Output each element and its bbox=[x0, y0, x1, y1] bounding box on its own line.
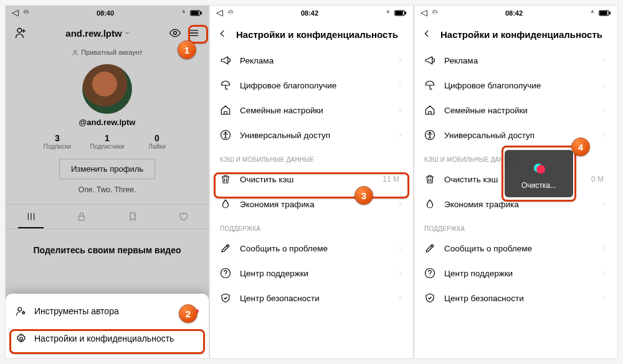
sheet-creator-tools[interactable]: Инструменты автора bbox=[6, 297, 209, 325]
stat-following[interactable]: 3Подписки bbox=[32, 133, 82, 150]
gear-icon bbox=[16, 333, 27, 344]
toast-text: Очистка... bbox=[510, 181, 568, 190]
sheet-settings-privacy[interactable]: Настройки и конфиденциальность bbox=[6, 325, 209, 352]
umbrella-icon bbox=[220, 80, 231, 91]
item-help[interactable]: Центр поддержки bbox=[210, 261, 413, 286]
eye-icon[interactable] bbox=[166, 24, 184, 42]
trash-icon bbox=[220, 174, 231, 185]
item-family[interactable]: Семейные настройки bbox=[414, 98, 617, 123]
section-support: ПОДДЕРЖКА bbox=[414, 217, 617, 236]
umbrella-icon bbox=[424, 80, 435, 91]
item-ads[interactable]: Реклама bbox=[210, 48, 413, 73]
badge-4: 4 bbox=[571, 138, 590, 156]
back-icon[interactable] bbox=[422, 29, 432, 40]
cache-size: 0 M bbox=[591, 175, 607, 184]
accessibility-icon bbox=[424, 129, 435, 141]
trash-icon bbox=[424, 174, 435, 185]
badge-3: 3 bbox=[354, 186, 373, 205]
section-support: ПОДДЕРЖКА bbox=[210, 217, 413, 236]
item-help[interactable]: Центр поддержки bbox=[414, 261, 617, 286]
cache-size: 11 M bbox=[383, 175, 403, 184]
svg-rect-11 bbox=[396, 12, 402, 15]
shield-icon bbox=[424, 292, 435, 304]
status-bar: 08:42 bbox=[210, 6, 413, 21]
badge-2: 2 bbox=[179, 304, 197, 323]
settings-header: Настройки и конфиденциальность bbox=[210, 21, 413, 48]
svg-point-8 bbox=[20, 337, 23, 340]
svg-point-19 bbox=[429, 132, 430, 133]
handle: @and.rew.lptw bbox=[6, 118, 209, 127]
tab-liked[interactable] bbox=[158, 205, 209, 228]
svg-rect-2 bbox=[191, 12, 198, 15]
bio: One. Two. Three. bbox=[6, 185, 209, 194]
item-safety[interactable]: Центр безопасности bbox=[414, 286, 617, 310]
drop-icon bbox=[220, 198, 231, 210]
pen-icon bbox=[424, 243, 435, 254]
item-ads[interactable]: Реклама bbox=[414, 48, 617, 73]
drop-icon bbox=[424, 198, 435, 210]
svg-point-13 bbox=[225, 132, 226, 133]
pen-icon bbox=[220, 243, 231, 254]
badge-1: 1 bbox=[178, 40, 196, 59]
status-time: 08:42 bbox=[301, 9, 318, 17]
profile-tabs bbox=[6, 204, 209, 229]
item-data-saver[interactable]: Экономия трафика bbox=[210, 192, 413, 217]
item-report[interactable]: Сообщить о проблеме bbox=[210, 236, 413, 261]
item-wellbeing[interactable]: Цифровое благополучие bbox=[210, 73, 413, 98]
status-bar: 08:42 bbox=[414, 6, 617, 21]
home-icon bbox=[220, 105, 231, 116]
status-time: 08:40 bbox=[97, 9, 114, 17]
item-clear-cache[interactable]: Очистить кэш11 M bbox=[210, 167, 413, 192]
status-bar: 08:40 bbox=[6, 6, 209, 21]
add-user-icon[interactable] bbox=[12, 24, 29, 42]
back-icon[interactable] bbox=[217, 29, 227, 40]
help-icon bbox=[220, 268, 231, 279]
section-cache: КЭШ И МОБИЛЬНЫЕ ДАННЫЕ bbox=[210, 147, 413, 167]
hamburger-icon[interactable] bbox=[185, 24, 202, 42]
panel-profile: 08:40 and.rew.lptw Приватный аккаунт @an… bbox=[5, 5, 209, 359]
settings-title: Настройки и конфиденциальность bbox=[440, 29, 602, 40]
panel-settings-before: 08:42 Настройки и конфиденциальность Рек… bbox=[209, 5, 414, 359]
item-family[interactable]: Семейные настройки bbox=[210, 98, 413, 123]
svg-rect-10 bbox=[405, 12, 406, 14]
tab-grid[interactable] bbox=[6, 205, 57, 228]
edit-profile-button[interactable]: Изменить профиль bbox=[59, 159, 155, 179]
megaphone-icon bbox=[424, 55, 435, 66]
tiktok-logo-icon bbox=[533, 162, 545, 175]
svg-rect-16 bbox=[609, 12, 611, 14]
share-prompt: Поделитесь своим первым видео bbox=[6, 245, 209, 255]
toast-clearing: Очистка... bbox=[505, 150, 573, 197]
sheet-creator-label: Инструменты автора bbox=[34, 306, 119, 316]
tab-bookmark[interactable] bbox=[107, 205, 158, 228]
home-icon bbox=[424, 105, 435, 116]
avatar[interactable] bbox=[82, 64, 132, 114]
svg-point-4 bbox=[173, 32, 176, 35]
settings-title: Настройки и конфиденциальность bbox=[236, 29, 398, 40]
settings-header: Настройки и конфиденциальность bbox=[414, 21, 617, 48]
panel-settings-after: 08:42 Настройки и конфиденциальность Рек… bbox=[414, 5, 618, 359]
stat-followers[interactable]: 1Подписчики bbox=[82, 133, 132, 150]
svg-point-3 bbox=[17, 29, 22, 33]
person-star-icon bbox=[16, 306, 27, 317]
svg-rect-17 bbox=[600, 12, 607, 15]
svg-rect-1 bbox=[201, 12, 202, 14]
accessibility-icon bbox=[220, 129, 231, 141]
tab-locked[interactable] bbox=[57, 205, 108, 228]
shield-icon bbox=[220, 292, 231, 304]
item-safety[interactable]: Центр безопасности bbox=[210, 286, 413, 310]
sheet-settings-label: Настройки и конфиденциальность bbox=[34, 334, 174, 343]
item-wellbeing[interactable]: Цифровое благополучие bbox=[414, 73, 617, 98]
username-dropdown[interactable]: and.rew.lptw bbox=[65, 28, 130, 39]
profile-header: and.rew.lptw bbox=[6, 21, 209, 45]
status-time: 08:42 bbox=[505, 9, 523, 17]
stats-row: 3Подписки 1Подписчики 0Лайки bbox=[6, 133, 209, 150]
svg-point-7 bbox=[18, 307, 22, 311]
item-accessibility[interactable]: Универсальный доступ bbox=[210, 123, 413, 147]
bottom-sheet: Инструменты автора Настройки и конфиденц… bbox=[6, 294, 209, 358]
megaphone-icon bbox=[220, 55, 231, 66]
help-icon bbox=[424, 268, 435, 279]
svg-rect-6 bbox=[79, 216, 85, 220]
item-report[interactable]: Сообщить о проблеме bbox=[414, 236, 617, 261]
svg-point-5 bbox=[74, 50, 77, 52]
stat-likes[interactable]: 0Лайки bbox=[132, 133, 182, 150]
